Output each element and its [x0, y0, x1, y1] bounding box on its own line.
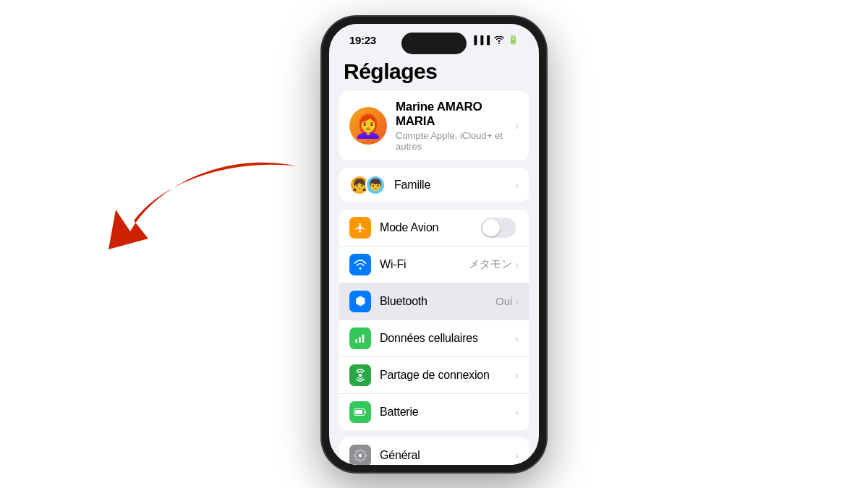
bluetooth-label: Bluetooth [380, 295, 495, 308]
svg-rect-7 [355, 410, 362, 414]
profile-subtitle: Compte Apple, iCloud+ et autres [396, 130, 515, 152]
wifi-row[interactable]: Wi-Fi メタモン › [339, 247, 529, 283]
page-title: Réglages [329, 51, 539, 91]
bluetooth-value: Oui [495, 295, 512, 307]
donnees-label: Données cellulaires [380, 332, 515, 345]
battery-settings-icon [354, 407, 367, 417]
partage-row[interactable]: Partage de connexion › [339, 357, 529, 394]
svg-rect-4 [362, 334, 365, 342]
donnees-row[interactable]: Données cellulaires › [339, 320, 529, 357]
profile-group: 👩‍🦰 Marine AMARO MARIA Compte Apple, iCl… [339, 91, 529, 160]
donnees-chevron: › [515, 333, 519, 344]
batterie-row[interactable]: Batterie › [339, 394, 529, 430]
mode-avion-icon [349, 217, 371, 239]
wifi-row-icon [349, 254, 371, 275]
wifi-value: メタモン [469, 257, 512, 271]
mode-avion-toggle[interactable] [481, 218, 516, 238]
svg-point-0 [498, 43, 500, 44]
profile-name: Marine AMARO MARIA [396, 100, 515, 129]
scroll-content[interactable]: Réglages 👩‍🦰 Marine AMARO MARIA Compte A… [329, 51, 539, 465]
signal-icon: ▐▐▐ [472, 35, 490, 44]
profile-row[interactable]: 👩‍🦰 Marine AMARO MARIA Compte Apple, iCl… [339, 91, 529, 160]
connectivity-group: Mode Avion [339, 210, 529, 430]
donnees-icon [349, 328, 371, 349]
famille-avatar-2: 👦 [365, 175, 386, 195]
bluetooth-icon: ⬢ [349, 291, 371, 312]
red-arrow [87, 137, 318, 267]
svg-rect-3 [359, 337, 361, 343]
dynamic-island [401, 33, 467, 54]
bluetooth-row[interactable]: ⬢ Bluetooth Oui › [339, 283, 529, 320]
cellular-icon [354, 333, 366, 344]
profile-chevron: › [515, 120, 519, 132]
partage-chevron: › [515, 369, 519, 381]
wifi-settings-icon [354, 260, 367, 270]
famille-avatars: 👧 👦 [349, 175, 386, 195]
general-label: Général [380, 449, 515, 462]
famille-chevron: › [515, 179, 519, 191]
hotspot-icon [354, 369, 367, 382]
status-time: 19:23 [349, 34, 376, 46]
general-icon [349, 445, 371, 465]
batterie-chevron: › [515, 406, 519, 418]
scene: 19:23 ▐▐▐ 🔋 Réglages [0, 0, 868, 488]
partage-label: Partage de connexion [380, 369, 515, 382]
wifi-label: Wi-Fi [380, 258, 469, 271]
system-group: Général › Accessibilité › [339, 437, 529, 465]
airplane-icon [354, 222, 366, 234]
partage-icon [349, 364, 371, 386]
svg-point-1 [359, 267, 362, 269]
profile-avatar: 👩‍🦰 [349, 107, 387, 145]
mode-avion-label: Mode Avion [380, 221, 481, 234]
profile-info: Marine AMARO MARIA Compte Apple, iCloud+… [396, 100, 515, 152]
famille-group: 👧 👦 Famille › [339, 168, 529, 202]
phone-screen: 19:23 ▐▐▐ 🔋 Réglages [329, 24, 539, 465]
battery-icon: 🔋 [508, 35, 519, 45]
general-row[interactable]: Général › [339, 437, 529, 465]
status-bar: 19:23 ▐▐▐ 🔋 [329, 24, 539, 51]
famille-label: Famille [394, 179, 515, 192]
batterie-label: Batterie [380, 406, 515, 419]
wifi-icon [494, 36, 504, 44]
status-icons: ▐▐▐ 🔋 [472, 35, 519, 45]
famille-row[interactable]: 👧 👦 Famille › [339, 168, 529, 202]
phone: 19:23 ▐▐▐ 🔋 Réglages [322, 17, 546, 472]
svg-point-5 [359, 373, 362, 377]
wifi-chevron: › [515, 259, 519, 270]
gear-settings-icon [354, 449, 367, 462]
toggle-knob [482, 219, 500, 236]
batterie-icon [349, 401, 371, 423]
bluetooth-chevron: › [515, 296, 519, 307]
svg-rect-2 [355, 339, 357, 343]
general-chevron: › [515, 450, 519, 461]
mode-avion-row[interactable]: Mode Avion [339, 210, 529, 247]
